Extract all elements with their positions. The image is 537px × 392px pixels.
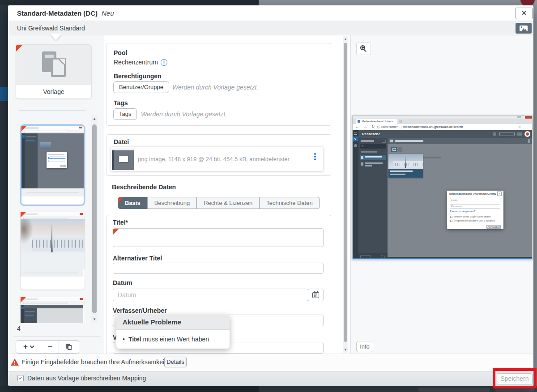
scroll-up-icon[interactable]: ▲ [343, 37, 348, 42]
page-info-icon [377, 126, 379, 128]
dialog-title: Standard-Metadaten (DC)Neu [17, 5, 114, 21]
search-icon [353, 136, 358, 141]
unsaved-marker [21, 297, 26, 303]
screen: Standard-Metadaten (DC)Neu × Uni Greifsw… [0, 0, 537, 392]
image-icon [520, 26, 528, 31]
url-text: mediendatenbank.uni-greifswald.de/search [403, 124, 463, 130]
backdrop-left-accent [0, 87, 8, 101]
new-tab-icon [399, 120, 402, 123]
metadata-tabs: Basis Beschreibung Rechte & Lizenzen Tec… [118, 197, 320, 209]
preview-image[interactable]: Mediendatenbank Universität G ← → ↻ Nich… [352, 115, 533, 260]
pool-value: Rechenzentrum i [114, 59, 167, 66]
login-dialog: Mediendatenbank Universität Greifswald ×… [447, 191, 503, 229]
scroll-up-icon[interactable]: ▲ [91, 116, 98, 122]
permissions-hint: Werden durch Vorlage gesetzt. [172, 81, 258, 93]
asset-card [388, 154, 423, 178]
chevron-down-icon [30, 344, 34, 348]
favicon [358, 120, 360, 123]
tree-item-selected [360, 155, 386, 160]
kebab-menu-icon[interactable] [314, 153, 316, 161]
record-toolbar: + − [16, 340, 79, 354]
record-thumbnail-selected[interactable] [20, 124, 85, 206]
calendar-icon [312, 292, 319, 298]
app-quick-access-panel [358, 138, 388, 260]
scroll-down-icon[interactable]: ▼ [343, 347, 348, 353]
file-thumbnail [112, 148, 134, 170]
title-field[interactable] [113, 228, 324, 247]
copy-icon [66, 344, 72, 350]
list-scrollbar-thumb[interactable] [92, 124, 97, 313]
annotation-highlight [493, 368, 537, 388]
tooltip-arrow [50, 34, 62, 40]
page-title: Recherche [362, 130, 380, 138]
date-picker-button[interactable] [308, 289, 324, 301]
login-field-shape: Login [450, 198, 500, 202]
divider [13, 337, 101, 337]
unsaved-marker [21, 126, 27, 131]
unsaved-marker [16, 45, 23, 51]
menu-icon [354, 132, 357, 135]
date-field[interactable] [113, 289, 308, 301]
record-count: 4 [17, 324, 21, 333]
required-marker [113, 229, 119, 234]
file-label: Datei [114, 138, 129, 145]
info-icon[interactable]: i [161, 59, 167, 66]
backdrop-top [0, 0, 259, 5]
tooltip-problem-item: •Titelmuss einen Wert haben [116, 330, 230, 349]
file-info-text: png image, 1148 x 919 @ 24 bit, 454.5 kB… [138, 147, 290, 172]
add-icon: + [23, 341, 28, 353]
backdrop-right [533, 0, 537, 386]
alt-title-field-label: Alternativer Titel [113, 255, 162, 262]
record-thumbnail[interactable] [20, 212, 85, 290]
record-thumbnail-list: ▲ ▼ [16, 115, 98, 323]
duplicate-record-button[interactable] [59, 341, 79, 353]
tab-rechte-lizenzen[interactable]: Rechte & Lizenzen [196, 197, 260, 209]
app-header: Recherche [358, 130, 533, 138]
mapping-checkbox-label: Daten aus Vorlage überschreiben Mapping [27, 371, 146, 386]
dialog-badge-new: Neu [102, 9, 114, 17]
tab-basis[interactable]: Basis [118, 197, 148, 209]
preview-toggle-button[interactable] [516, 23, 532, 34]
remove-record-button[interactable]: − [41, 341, 59, 353]
alt-title-field[interactable] [113, 263, 324, 274]
form-scrollbar-thumb[interactable] [344, 43, 347, 342]
unsaved-marker [21, 212, 26, 217]
minus-icon: − [48, 343, 52, 351]
add-record-button[interactable]: + [16, 341, 41, 353]
title-field-label: Titel* [113, 219, 128, 226]
unsaved-marker [118, 197, 123, 202]
tooltip-header: Aktuelle Probleme [116, 315, 230, 330]
thumbnail-photo [21, 219, 85, 269]
template-card-label: Vorlage [16, 85, 91, 98]
tab-technische-daten[interactable]: Technische Daten [259, 197, 320, 209]
browser-tab: Mediendatenbank Universität G [356, 119, 397, 124]
tags-hint: Werden durch Vorlage gesetzt. [141, 108, 227, 120]
close-icon: × [522, 9, 527, 17]
background-button-shape [418, 388, 490, 392]
pool-label: Pool [114, 49, 127, 56]
close-icon: × [497, 192, 502, 196]
browser-address-bar: ← → ↻ Nicht sicher | mediendatenbank.uni… [353, 124, 533, 130]
date-field-label: Datum [113, 279, 132, 286]
dialog-subheader [8, 21, 533, 35]
details-button[interactable]: Details [164, 357, 187, 367]
search-input-shape [360, 144, 386, 149]
tab-beschreibung[interactable]: Beschreibung [147, 197, 197, 209]
add-user-group-button[interactable]: Benutzer/Gruppe [113, 81, 169, 93]
add-tags-button[interactable]: Tags [113, 108, 137, 120]
problems-tooltip: Aktuelle Probleme •Titelmuss einen Wert … [116, 315, 230, 349]
mapping-checkbox[interactable]: ✓ [17, 375, 24, 381]
thumbnail-screenshot [21, 133, 84, 188]
scroll-down-icon[interactable]: ▼ [91, 317, 98, 322]
template-card[interactable]: Vorlage [16, 44, 92, 99]
record-thumbnail[interactable] [20, 297, 85, 323]
info-icon [354, 144, 357, 147]
close-button[interactable]: × [516, 8, 533, 19]
info-button[interactable]: Info [356, 341, 373, 352]
template-card-thumbnail [16, 45, 91, 85]
zoom-button[interactable] [356, 42, 371, 55]
logo [524, 131, 530, 137]
author-field-label: Verfasser/Urheber [113, 307, 167, 314]
validation-message: Einige Eingabefelder brauchen Ihre Aufme… [21, 354, 168, 371]
descriptive-data-label: Beschreibende Daten [112, 183, 176, 191]
